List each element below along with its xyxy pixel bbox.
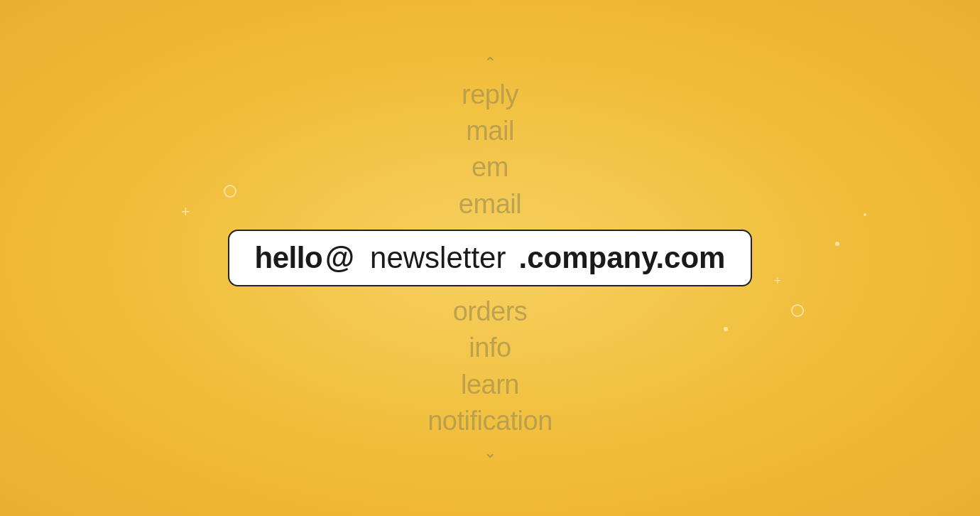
list-item-em[interactable]: em [472,149,508,186]
list-item-notification[interactable]: notification [428,403,552,439]
list-item-reply[interactable]: reply [462,77,518,113]
email-local-part: hello [255,241,323,275]
list-item-mail[interactable]: mail [466,113,514,149]
decoration-dot-right [835,242,839,246]
list-item-orders[interactable]: orders [453,294,528,330]
email-subdomain: newsletter [370,241,506,275]
email-at-symbol: @ [325,241,354,275]
list-item-info[interactable]: info [469,330,511,366]
decoration-circle-right [791,304,804,317]
chevron-down-icon[interactable]: ⌄ [484,445,496,461]
email-address-box[interactable]: hello @ newsletter .company.com [228,230,753,286]
list-item-email[interactable]: email [459,186,521,222]
email-domain: .company.com [518,241,725,275]
scroll-list: ⌃ reply mail em email hello @ newsletter… [228,50,753,466]
decoration-dot-right3 [864,213,866,216]
chevron-up-icon[interactable]: ⌃ [484,55,496,71]
list-item-learn[interactable]: learn [461,367,519,403]
decoration-plus-right: + [773,274,781,289]
main-container: ⌃ reply mail em email hello @ newsletter… [228,50,753,466]
